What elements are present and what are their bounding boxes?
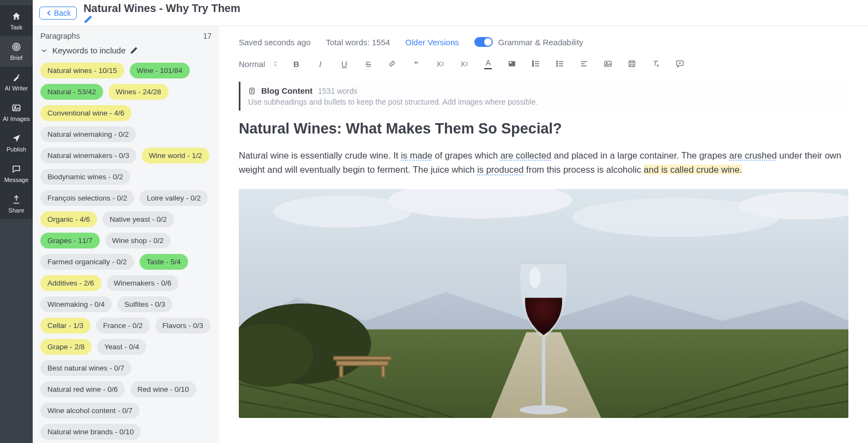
keyword-pill[interactable]: Wine world - 1/2	[142, 148, 209, 163]
rail-label: AI Writer	[5, 85, 28, 92]
chat-icon	[11, 163, 22, 174]
grammar-label: Grammar & Readability	[498, 38, 583, 47]
keyword-pill[interactable]: Winemaking - 0/4	[40, 296, 112, 312]
rail-item-share[interactable]: Share	[0, 189, 33, 219]
comment-button[interactable]	[674, 58, 686, 70]
svg-rect-15	[629, 61, 635, 67]
edit-icon[interactable]	[83, 15, 244, 24]
italic-button[interactable]: I	[314, 58, 326, 70]
rail-label: Share	[8, 207, 24, 214]
rail-item-task[interactable]: Task	[0, 5, 33, 36]
keyword-pill[interactable]: Grapes - 11/7	[40, 233, 100, 248]
underline-button[interactable]: U	[338, 58, 350, 70]
keyword-pill[interactable]: Flavors - 0/3	[155, 318, 210, 333]
article-image	[239, 189, 848, 418]
ordered-list-button[interactable]: 123	[530, 58, 542, 70]
keyword-pill[interactable]: Taste - 5/4	[140, 254, 188, 270]
keyword-pill[interactable]: Native yeast - 0/2	[103, 211, 174, 227]
keyword-pill[interactable]: Wine - 101/84	[130, 63, 190, 78]
image-block-button[interactable]	[506, 58, 518, 70]
keyword-pill[interactable]: Red wine - 0/10	[130, 381, 196, 397]
rail-item-brief[interactable]: Brief	[0, 36, 33, 66]
svg-point-2	[16, 46, 17, 47]
rail-item-aiimages[interactable]: AI Images	[0, 97, 33, 128]
insert-image-button[interactable]	[602, 58, 614, 70]
keyword-pill[interactable]: Loire valley - 0/2	[140, 190, 208, 206]
svg-point-12	[557, 65, 558, 66]
saved-label: Saved seconds ago	[239, 38, 311, 47]
rail-label: AI Images	[3, 116, 30, 122]
keyword-pill[interactable]: Farmed organically - 0/2	[40, 254, 134, 270]
editor-area: Saved seconds ago Total words: 1554 Olde…	[219, 26, 868, 443]
keyword-pill[interactable]: Natural wine brands - 0/10	[40, 424, 141, 440]
wand-icon	[11, 72, 22, 83]
upload-icon	[11, 194, 22, 205]
keyword-pill[interactable]: Wine shop - 0/2	[105, 233, 171, 248]
back-button[interactable]: Back	[39, 7, 77, 20]
keyword-pill[interactable]: Yeast - 0/4	[97, 339, 146, 355]
keyword-pills: Natural wines - 10/15Wine - 101/84Natura…	[40, 63, 212, 443]
keyword-pill[interactable]: Sulfites - 0/3	[117, 296, 172, 312]
keyword-pill[interactable]: Wine alcohol content - 0/7	[40, 403, 140, 418]
image-icon	[11, 102, 22, 113]
bold-button[interactable]: B	[290, 58, 302, 70]
rail-item-publish[interactable]: Publish	[0, 128, 33, 158]
article-heading[interactable]: Natural Wines: What Makes Them So Specia…	[239, 120, 848, 137]
rail-label: Message	[4, 177, 29, 183]
keyword-pill[interactable]: François selections - 0/2	[40, 190, 134, 206]
keyword-pill[interactable]: France - 0/2	[96, 318, 150, 333]
save-button[interactable]	[626, 58, 638, 70]
keyword-pill[interactable]: Natural wines - 10/15	[40, 63, 124, 78]
keywords-heading[interactable]: Keywords to include	[40, 46, 212, 55]
clear-format-button[interactable]	[650, 58, 662, 70]
keyword-pill[interactable]: Organic - 4/6	[40, 211, 97, 227]
keyword-panel: Paragraphs 17 Keywords to include Natura…	[33, 26, 219, 443]
keyword-pill[interactable]: Natural red wine - 0/6	[40, 381, 125, 397]
bullet-list-button[interactable]	[554, 58, 566, 70]
svg-point-4	[15, 106, 16, 107]
edit-icon[interactable]	[130, 46, 138, 54]
target-icon	[11, 41, 22, 52]
subscript-button[interactable]: X2	[434, 58, 446, 70]
keyword-pill[interactable]: Conventional wine - 4/6	[40, 105, 131, 121]
older-versions-link[interactable]: Older Versions	[405, 38, 459, 47]
grammar-toggle[interactable]	[474, 37, 493, 47]
svg-rect-6	[510, 62, 512, 64]
rail-item-message[interactable]: Message	[0, 158, 33, 189]
keyword-pill[interactable]: Biodynamic wines - 0/2	[40, 169, 130, 185]
back-label: Back	[54, 9, 71, 17]
keyword-pill[interactable]: Wines - 24/28	[108, 84, 168, 100]
superscript-button[interactable]: X2	[458, 58, 470, 70]
keyword-pill[interactable]: Grape - 2/8	[40, 339, 92, 355]
keyword-pill[interactable]: Additives - 2/6	[40, 275, 101, 291]
rail-item-aiwriter[interactable]: AI Writer	[0, 66, 33, 97]
quote-button[interactable]: ”	[410, 58, 422, 70]
svg-point-10	[557, 61, 558, 62]
keyword-pill[interactable]: Winemakers - 0/6	[107, 275, 179, 291]
rail-label: Task	[10, 24, 23, 31]
strike-button[interactable]: S	[362, 58, 374, 70]
svg-rect-30	[542, 338, 545, 407]
keyword-pill[interactable]: Cellar - 1/3	[40, 318, 91, 333]
align-button[interactable]	[578, 58, 590, 70]
content-info-box: Blog Content 1531 words Use subheadings …	[239, 82, 848, 111]
link-button[interactable]	[386, 58, 398, 70]
svg-rect-29	[334, 356, 391, 360]
keyword-pill[interactable]: Natural - 53/42	[40, 84, 103, 100]
article-paragraph[interactable]: Natural wine is essentially crude wine. …	[239, 148, 848, 177]
svg-point-31	[520, 405, 568, 414]
text-color-button[interactable]: A	[482, 58, 494, 70]
editor-toolbar: Normal B I U S ” X2 X2 A	[239, 58, 848, 70]
header: Back Natural Wines - Why Try Them	[33, 0, 868, 26]
keyword-pill[interactable]: Natural winemaking - 0/2	[40, 126, 136, 142]
format-select[interactable]: Normal	[239, 59, 278, 69]
rail-label: Brief	[10, 54, 23, 61]
svg-rect-28	[382, 366, 385, 377]
nav-rail: Task Brief AI Writer AI Images Publish	[0, 0, 33, 443]
keyword-pill[interactable]: Best natural wines - 0/7	[40, 360, 131, 376]
paragraph-count: Paragraphs 17	[40, 32, 212, 40]
send-icon	[11, 133, 22, 144]
keyword-pill[interactable]: Natural winemakers - 0/3	[40, 148, 136, 163]
document-icon	[248, 87, 256, 95]
content-info-hint: Use subheadings and bullets to keep the …	[248, 98, 841, 106]
